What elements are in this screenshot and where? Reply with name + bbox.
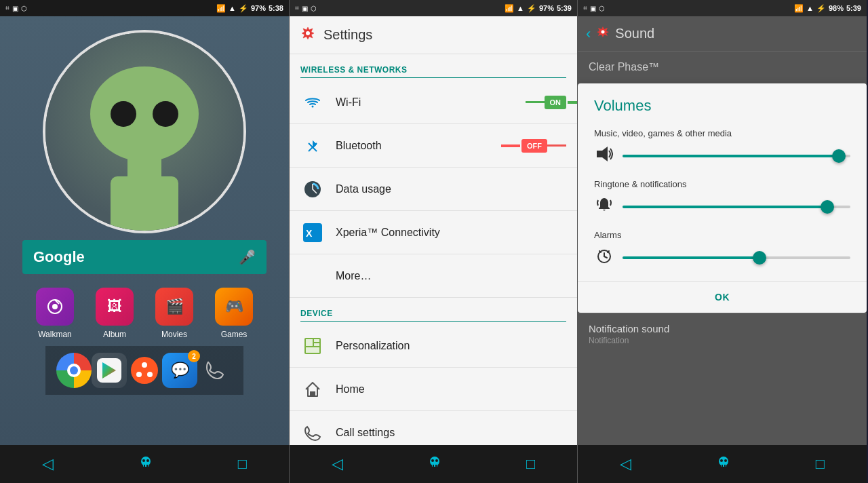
- personalization-item[interactable]: Personalization: [290, 324, 577, 368]
- svg-rect-24: [311, 392, 315, 396]
- music-slider-track[interactable]: [623, 155, 850, 157]
- square-button-panel2[interactable]: □: [526, 455, 535, 473]
- album-icon: 🖼: [96, 288, 134, 326]
- square-button-panel3[interactable]: □: [816, 455, 825, 473]
- battery-pct-panel1: 97%: [251, 4, 266, 12]
- screenshot-icon: ▣: [12, 5, 18, 12]
- data-usage-item[interactable]: Data usage: [290, 168, 577, 211]
- walkman-icon: [36, 288, 74, 326]
- robot-eye-left: [111, 101, 136, 127]
- wifi-setting-text: Wi-Fi: [336, 96, 515, 109]
- volume-music-section: Music, video, games & other media: [594, 128, 850, 167]
- status-left-panel2: ⌗ ▣ ⬡: [295, 4, 317, 12]
- device-section-header: DEVICE: [290, 298, 577, 321]
- mic-icon[interactable]: 🎤: [239, 249, 256, 265]
- app-movies[interactable]: 🎬 Movies: [150, 288, 199, 339]
- status-bar-panel1: ⌗ ▣ ⬡ 📶 ▲ ⚡ 97% 5:38: [0, 0, 289, 16]
- bt-toggle-off[interactable]: OFF: [521, 139, 547, 153]
- app-album[interactable]: 🖼 Album: [90, 288, 139, 339]
- dock-chrome[interactable]: [56, 353, 92, 388]
- skull-button-panel1[interactable]: [138, 455, 154, 474]
- dock-play[interactable]: [92, 353, 127, 388]
- wifi-toggle[interactable]: ON: [526, 96, 567, 109]
- dock-phone[interactable]: [197, 353, 233, 388]
- svg-line-42: [599, 251, 601, 252]
- bluetooth-setting-item[interactable]: Bluetooth OFF: [290, 124, 577, 168]
- back-arrow-sound[interactable]: ‹: [586, 25, 591, 43]
- ok-button[interactable]: OK: [715, 292, 730, 303]
- volume-alarms-section: Alarms: [594, 230, 850, 269]
- alarms-slider-thumb[interactable]: [753, 251, 766, 265]
- dock-xperia[interactable]: [127, 353, 162, 388]
- svg-line-43: [608, 251, 609, 252]
- music-slider-fill: [623, 155, 839, 157]
- img-icon-p3: ▣: [590, 5, 596, 12]
- notification-sound-item[interactable]: Notification sound Notification: [578, 313, 867, 355]
- xperia-conn-icon: X: [300, 220, 325, 245]
- svg-rect-14: [146, 465, 148, 467]
- sound-panel: ⌗ ▣ ⬡ 📶 ▲ ⚡ 98% 5:39 ‹ Sound Clear Phase…: [578, 0, 867, 483]
- volume-music-label: Music, video, games & other media: [594, 128, 850, 138]
- more-text: More…: [336, 270, 566, 282]
- more-item[interactable]: More…: [290, 254, 577, 298]
- volume-alarms-row: [594, 247, 850, 269]
- nav-bar-panel3: ◁ □: [578, 445, 867, 483]
- home-icon: [300, 377, 325, 402]
- ringtone-slider-track[interactable]: [623, 206, 850, 208]
- wifi-setting-item[interactable]: Wi-Fi ON: [290, 81, 577, 124]
- sound-title: Sound: [615, 26, 654, 41]
- walkman-label: Walkman: [38, 330, 72, 339]
- volume-ringtone-row: [594, 196, 850, 218]
- dock-messages[interactable]: 💬 2: [162, 353, 197, 388]
- ringtone-slider-thumb[interactable]: [821, 200, 834, 214]
- personalization-text: Personalization: [336, 340, 566, 352]
- svg-marker-37: [597, 151, 602, 157]
- home-item[interactable]: Home: [290, 368, 577, 411]
- app-games[interactable]: 🎮 Games: [210, 288, 258, 339]
- home-text: Home: [336, 383, 566, 395]
- alarms-slider-track[interactable]: [623, 256, 850, 259]
- xperia-app-icon: [127, 353, 162, 388]
- robot-avatar: [43, 30, 246, 233]
- svg-point-15: [306, 31, 310, 35]
- clear-phase-item[interactable]: Clear Phase™: [578, 52, 867, 83]
- dialog-ok-section: OK: [578, 281, 867, 313]
- wifi-icon-p2: 📶: [505, 4, 514, 13]
- volume-music-row: [594, 145, 850, 167]
- svg-text:X: X: [306, 228, 313, 239]
- device-divider: [300, 321, 566, 322]
- google-label: Google: [33, 248, 85, 266]
- settings-panel: ⌗ ▣ ⬡ 📶 ▲ ⚡ 97% 5:39 Settings WIRELESS &…: [289, 0, 578, 483]
- skull-button-panel2[interactable]: [427, 455, 443, 474]
- time-panel1: 5:38: [269, 4, 283, 12]
- svg-point-46: [724, 459, 727, 462]
- app-walkman[interactable]: Walkman: [31, 288, 79, 339]
- home-screen-panel: ⌗ ▣ ⬡ 📶 ▲ ⚡ 97% 5:38: [0, 0, 289, 483]
- status-right-panel3: 📶 ▲ ⚡ 98% 5:39: [794, 4, 861, 13]
- xperia-connectivity-item[interactable]: X Xperia™ Connectivity: [290, 211, 577, 254]
- status-left-panel3: ⌗ ▣ ⬡: [583, 4, 605, 12]
- svg-point-10: [142, 459, 145, 462]
- data-usage-icon: [300, 177, 325, 201]
- music-slider-thumb[interactable]: [832, 149, 846, 163]
- usb-icon-p3: ⌗: [583, 4, 587, 12]
- square-button-panel1[interactable]: □: [238, 455, 247, 473]
- img-icon-p2: ▣: [302, 5, 308, 12]
- wifi-on-line: [526, 101, 545, 103]
- bluetooth-toggle[interactable]: OFF: [521, 139, 566, 153]
- back-button-panel1[interactable]: ◁: [42, 455, 54, 473]
- svg-point-1: [52, 304, 58, 309]
- google-search-bar[interactable]: Google 🎤: [22, 240, 267, 274]
- back-button-panel2[interactable]: ◁: [332, 455, 343, 473]
- svg-rect-13: [144, 465, 145, 467]
- ringtone-slider-fill: [623, 206, 827, 208]
- svg-point-36: [601, 31, 605, 34]
- volume-alarms-label: Alarms: [594, 230, 850, 240]
- back-button-panel3[interactable]: ◁: [620, 455, 631, 473]
- wifi-toggle-on[interactable]: ON: [545, 96, 567, 109]
- movies-icon: 🎬: [155, 288, 193, 326]
- alarms-slider-fill: [623, 256, 760, 259]
- call-settings-item[interactable]: Call settings: [290, 411, 577, 445]
- svg-rect-20: [306, 339, 313, 346]
- skull-button-panel3[interactable]: [715, 455, 732, 474]
